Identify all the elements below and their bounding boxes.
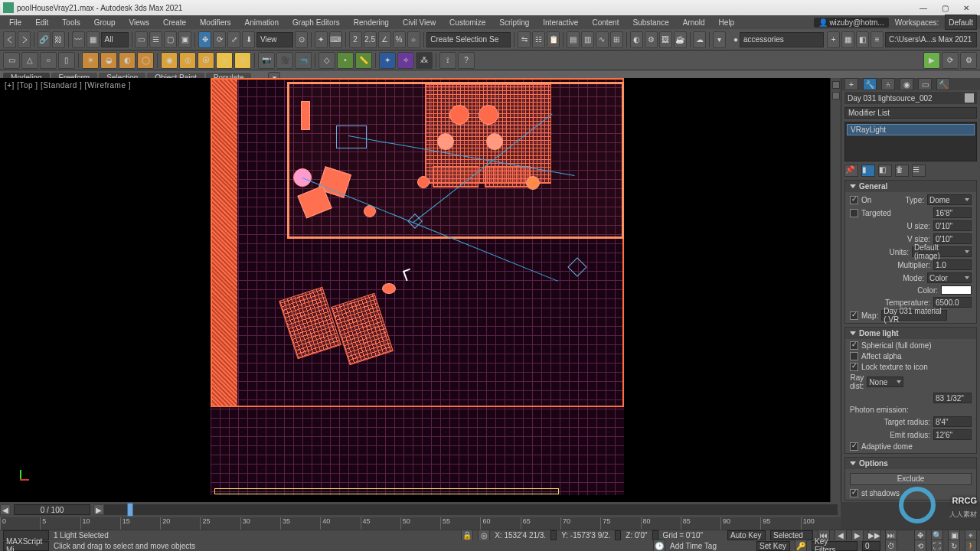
layer-more[interactable]: ≡ [871, 31, 884, 48]
dropdown-type[interactable]: Dome [927, 194, 972, 205]
select-by-name-button[interactable]: ☰ [149, 31, 162, 48]
helper-dummy[interactable]: ◇ [318, 52, 335, 69]
map-button[interactable]: Day 031 material ( VR [881, 310, 947, 321]
curve-editor-button[interactable]: ∿ [596, 31, 609, 48]
current-frame-field[interactable]: 0 [862, 541, 880, 551]
light-photometric-1[interactable]: ◉ [161, 52, 178, 69]
snap-toggle-2d[interactable]: 2 [349, 31, 362, 48]
viewport-nav-maximize[interactable]: ⛶ [931, 540, 943, 551]
vray-render-button[interactable]: ⟳ [942, 52, 959, 69]
create-box[interactable]: ▭ [3, 52, 20, 69]
align-button[interactable]: ☷ [532, 31, 545, 48]
angle-snap-toggle[interactable]: ∠ [378, 31, 391, 48]
check-targeted[interactable] [850, 209, 858, 217]
toggle-ribbon[interactable]: ▥ [581, 31, 594, 48]
menu-views[interactable]: Views [123, 17, 156, 28]
object-color-swatch[interactable] [965, 93, 974, 103]
spacewarp-2[interactable]: ✧ [397, 52, 414, 69]
render-in-cloud[interactable]: ☁ [693, 31, 706, 48]
vray-settings-button[interactable]: ⚙ [960, 52, 977, 69]
select-manipulate[interactable]: ✦ [315, 31, 328, 48]
spinner-snap-toggle[interactable]: ⟐ [407, 31, 420, 48]
use-pivot-center[interactable]: ⊙ [295, 31, 308, 48]
user-account[interactable]: 👤 wizuby@hotm... [814, 18, 889, 28]
link-button[interactable]: 🔗 [38, 31, 51, 48]
time-slider[interactable]: 0 / 100 [14, 504, 90, 515]
key-filters-button[interactable]: Key Filters... [812, 541, 858, 551]
menu-customize[interactable]: Customize [443, 17, 492, 28]
daylight-system[interactable]: ☉ [234, 52, 251, 69]
menu-help[interactable]: Help [713, 17, 741, 28]
rollout-options-header[interactable]: Options [845, 458, 976, 469]
check-spherical[interactable] [850, 341, 858, 350]
unlink-button[interactable]: ⛓ [52, 31, 65, 48]
camera-target[interactable]: 📷 [258, 52, 275, 69]
menu-grapheditors[interactable]: Graph Editors [286, 17, 346, 28]
camera-free[interactable]: 🎥 [276, 52, 293, 69]
open-a360[interactable]: ▾ [713, 31, 726, 48]
menu-modifiers[interactable]: Modifiers [194, 17, 237, 28]
object-name-field[interactable]: Day 031 lightsource_002 [844, 92, 977, 104]
key-mode-icon[interactable]: 🔑 [795, 540, 807, 551]
y-field[interactable] [615, 530, 621, 540]
autokey-button[interactable]: Auto Key [727, 530, 766, 540]
create-cylinder[interactable]: ▯ [58, 52, 75, 69]
help-icon[interactable]: ? [458, 52, 475, 69]
menu-content[interactable]: Content [586, 17, 625, 28]
material-editor-button[interactable]: ◐ [630, 31, 643, 48]
menu-group[interactable]: Group [88, 17, 122, 28]
check-map[interactable] [850, 311, 858, 320]
time-track[interactable] [104, 504, 838, 515]
time-slider-next[interactable]: ▶ [93, 504, 104, 515]
side-button-2[interactable] [832, 92, 840, 99]
menu-create[interactable]: Create [157, 17, 192, 28]
tab-modify[interactable]: 🔧 [863, 78, 877, 90]
select-region-rect[interactable]: ▢ [164, 31, 177, 48]
menu-rendering[interactable]: Rendering [348, 17, 395, 28]
selection-filter-dropdown[interactable]: All [101, 32, 129, 47]
modifier-list-dropdown[interactable]: Modifier List [844, 107, 977, 119]
selection-filter-icon[interactable]: ▦ [87, 31, 100, 48]
light-omni[interactable]: ☀ [82, 52, 99, 69]
project-path[interactable]: C:\Users\A...s Max 2021 [885, 32, 977, 47]
spinner-targeted[interactable]: 16'8" [933, 207, 972, 218]
select-object-button[interactable]: ▭ [135, 31, 148, 48]
particle-system[interactable]: ⁂ [416, 52, 433, 69]
remove-modifier[interactable]: 🗑 [895, 165, 909, 177]
setkey-button[interactable]: Set Key [756, 541, 790, 551]
toggle-layer-explorer[interactable]: ▤ [567, 31, 580, 48]
schematic-view-button[interactable]: ⊞ [610, 31, 623, 48]
redo-button[interactable] [18, 31, 31, 48]
check-adaptive[interactable] [850, 442, 858, 451]
rollout-general-header[interactable]: General [845, 181, 976, 192]
create-cone[interactable]: △ [21, 52, 38, 69]
rollout-dome-header[interactable]: Dome light [845, 328, 976, 339]
menu-tools[interactable]: Tools [56, 17, 86, 28]
menu-scripting[interactable]: Scripting [493, 17, 535, 28]
minimize-button[interactable]: — [913, 1, 934, 15]
time-marker[interactable] [127, 503, 133, 517]
helper-tape[interactable]: 📏 [355, 52, 372, 69]
side-button-1[interactable] [832, 81, 840, 89]
menu-arnold[interactable]: Arnold [677, 17, 711, 28]
select-layer[interactable]: ▦ [841, 31, 854, 48]
pin-stack[interactable]: 📌 [844, 165, 858, 177]
menu-civilview[interactable]: Civil View [397, 17, 442, 28]
light-direct[interactable]: ◐ [119, 52, 136, 69]
viewport[interactable]: [+] [Top ] [Standard ] [Wireframe ] [0, 78, 841, 502]
menu-file[interactable]: File [3, 17, 28, 28]
check-on[interactable] [850, 196, 858, 204]
dropdown-raydist[interactable]: None [867, 377, 903, 387]
stack-item-vraylight[interactable]: VRayLight [847, 124, 975, 135]
render-setup-button[interactable]: ⚙ [645, 31, 658, 48]
color-swatch[interactable] [941, 285, 972, 295]
select-rotate-button[interactable]: ⟳ [213, 31, 226, 48]
time-tag-icon[interactable]: 🕑 [653, 540, 665, 551]
viewport-nav-orbit[interactable]: ⟲ [914, 540, 926, 551]
light-photometric-2[interactable]: ◎ [179, 52, 196, 69]
show-end-result[interactable]: ▮ [861, 165, 875, 177]
snap-toggle-25d[interactable]: 2.5 [364, 31, 377, 48]
time-ruler[interactable]: 0 5 10 15 20 25 30 35 40 45 50 55 60 65 … [0, 517, 841, 530]
add-to-layer[interactable]: + [827, 31, 840, 48]
light-skylight[interactable]: ◯ [137, 52, 154, 69]
